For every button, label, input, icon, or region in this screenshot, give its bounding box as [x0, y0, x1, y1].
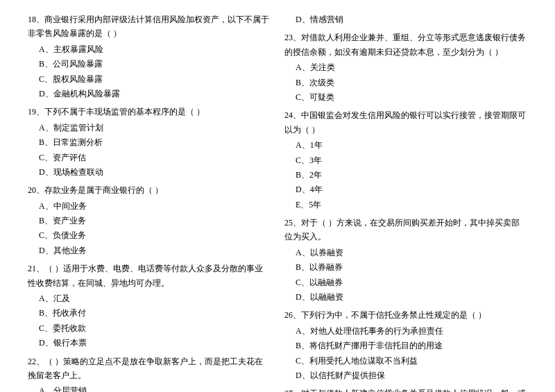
- question-22: 22、（ ）策略的立足点不是放在争取新客户上，而是把工夫花在挽留老客户上。 A、…: [28, 355, 271, 392]
- question-25: 25、对于（ ）方来说，在交易所间购买差开始时，其中掉买卖部位为买入。 A、以券…: [284, 216, 527, 304]
- q26-option-c: C、利用受托人地位谋取不当利益: [296, 354, 527, 368]
- right-column: D、情感营销 23、对借款人利用企业兼并、重组、分立等形式恶意逃废银行债务的授信…: [284, 12, 527, 392]
- question-26: 26、下列行为中，不属于信托业务禁止性规定的是（ ） A、对他人处理信托事务的行…: [284, 308, 527, 382]
- q23-text: 23、对借款人利用企业兼并、重组、分立等形式恶意逃废银行债务的授信余额，如没有逾…: [284, 31, 527, 59]
- q22-options: A、分层营销 B、交叉营销 C、大众营销: [39, 384, 271, 392]
- q24-options: A、1年 C、3年 B、2年 D、4年 E、5年: [296, 138, 527, 212]
- q24-option-b: B、2年: [296, 168, 527, 182]
- q23-option-b: B、次级类: [296, 76, 527, 90]
- q19-option-a: A、制定监管计划: [39, 121, 271, 135]
- q24-option-a: A、1年: [296, 138, 527, 152]
- q21-text: 21、（ ）适用于水费、电费、电话费等付款人众多及分散的事业性收费结算，在同城、…: [28, 262, 271, 290]
- q18-text: 18、商业银行采用内部评级法计算信用风险加权资产，以下不属于非零售风险暴露的是（…: [28, 12, 271, 41]
- q25-option-a: A、以券融资: [296, 246, 527, 259]
- question-20: 20、存款业务是属于商业银行的（ ） A、中间业务 B、资产业务 C、负债业务 …: [28, 183, 271, 257]
- question-23: 23、对借款人利用企业兼并、重组、分立等形式恶意逃废银行债务的授信余额，如没有逾…: [284, 31, 527, 104]
- q25-text: 25、对于（ ）方来说，在交易所间购买差开始时，其中掉买卖部位为买入。: [284, 216, 527, 244]
- q23-option-a: A、关注类: [296, 60, 527, 74]
- question-22-continued: D、情感营销: [284, 12, 527, 26]
- question-21: 21、（ ）适用于水费、电费、电话费等付款人众多及分散的事业性收费结算，在同城、…: [28, 262, 271, 350]
- q20-option-c: C、负债业务: [39, 228, 271, 242]
- q24-option-c: C、3年: [296, 153, 527, 167]
- q26-options: A、对他人处理信托事务的行为承担责任 B、将信托财产挪用于非信托目的的用途 C、…: [296, 324, 527, 383]
- q21-option-c: C、委托收款: [39, 321, 271, 335]
- q21-option-d: D、银行本票: [39, 336, 271, 350]
- q26-text: 26、下列行为中，不属于信托业务禁止性规定的是（ ）: [284, 308, 527, 322]
- q20-options: A、中间业务 B、资产业务 C、负债业务 D、其他业务: [39, 199, 271, 258]
- q26-option-d: D、以信托财产提供担保: [296, 368, 527, 382]
- q22-option-a: A、分层营销: [39, 384, 271, 392]
- q22d-options: D、情感营销: [296, 12, 527, 26]
- left-column: 18、商业银行采用内部评级法计算信用风险加权资产，以下不属于非零售风险暴露的是（…: [28, 12, 271, 392]
- q25-option-d: D、以融融资: [296, 290, 527, 304]
- q19-text: 19、下列不属于丰现场监管的基本程序的是（ ）: [28, 105, 271, 119]
- q18-option-c: C、股权风险暴露: [39, 72, 271, 86]
- q21-option-b: B、托收承付: [39, 306, 271, 320]
- q21-options: A、汇及 B、托收承付 C、委托收款 D、银行本票: [39, 291, 271, 350]
- q23-option-c: C、可疑类: [296, 90, 527, 104]
- q21-option-a: A、汇及: [39, 291, 271, 305]
- q20-option-d: D、其他业务: [39, 244, 271, 257]
- two-column-layout: 18、商业银行采用内部评级法计算信用风险加权资产，以下不属于非零售风险暴露的是（…: [28, 12, 527, 392]
- q19-options: A、制定监管计划 B、日常监测分析 C、资产评估 D、现场检查联动: [39, 121, 271, 180]
- q22-text: 22、（ ）策略的立足点不是放在争取新客户上，而是把工夫花在挽留老客户上。: [28, 355, 271, 383]
- q18-option-d: D、金融机构风险暴露: [39, 87, 271, 101]
- q23-options: A、关注类 B、次级类 C、可疑类: [296, 60, 527, 104]
- page-content: 18、商业银行采用内部评级法计算信用风险加权资产，以下不属于非零售风险暴露的是（…: [28, 12, 527, 392]
- q19-option-c: C、资产评估: [39, 151, 271, 164]
- q26-option-a: A、对他人处理信托事务的行为承担责任: [296, 324, 527, 338]
- question-19: 19、下列不属于丰现场监管的基本程序的是（ ） A、制定监管计划 B、日常监测分…: [28, 105, 271, 179]
- q20-text: 20、存款业务是属于商业银行的（ ）: [28, 183, 271, 197]
- q25-options: A、以券融资 B、以券融券 C、以融融券 D、以融融资: [296, 246, 527, 305]
- q20-option-b: B、资产业务: [39, 214, 271, 228]
- q24-option-d: D、4年: [296, 182, 527, 196]
- question-18: 18、商业银行采用内部评级法计算信用风险加权资产，以下不属于非零售风险暴露的是（…: [28, 12, 271, 101]
- q20-option-a: A、中间业务: [39, 199, 271, 213]
- q19-option-d: D、现场检查联动: [39, 165, 271, 179]
- q25-option-b: B、以券融券: [296, 260, 527, 274]
- q24-option-e: E、5年: [296, 198, 527, 212]
- q18-options: A、主权暴露风险 B、公司风险暴露 C、股权风险暴露 D、金融机构风险暴露: [39, 42, 271, 101]
- q22-option-d: D、情感营销: [296, 12, 527, 26]
- question-24: 24、中国银监会对发生信用风险的银行可以实行接管，接管期限可以为（ ） A、1年…: [284, 108, 527, 212]
- q19-option-b: B、日常监测分析: [39, 135, 271, 149]
- q25-option-c: C、以融融券: [296, 275, 527, 289]
- q24-text: 24、中国银监会对发生信用风险的银行可以实行接管，接管期限可以为（ ）: [284, 108, 527, 137]
- question-27: 27、对于与借款人新建立信贷业务关系且借款人信用状况一般，或者支付对象明确且单笔…: [284, 386, 527, 392]
- q18-option-b: B、公司风险暴露: [39, 57, 271, 71]
- q26-option-b: B、将信托财产挪用于非信托目的的用途: [296, 339, 527, 352]
- q18-option-a: A、主权暴露风险: [39, 42, 271, 56]
- q27-text: 27、对于与借款人新建立信贷业务关系且借款人信用状况一般，或者支付对象明确且单笔…: [284, 386, 527, 392]
